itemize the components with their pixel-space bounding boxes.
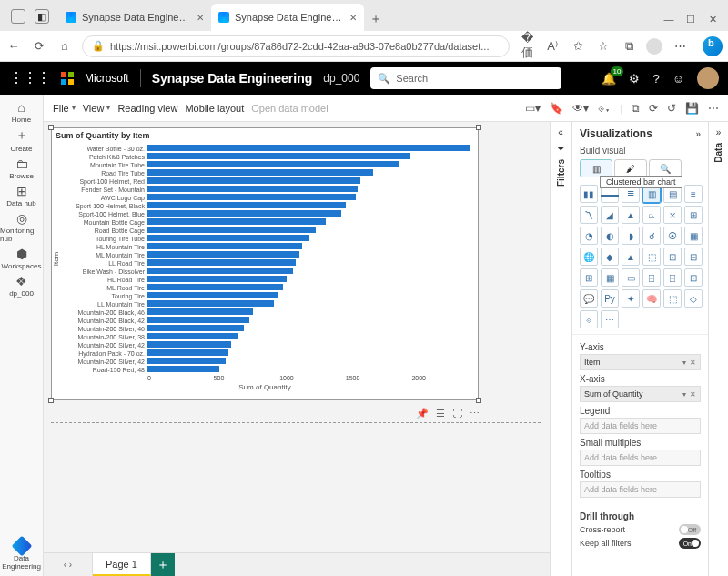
focus-icon[interactable]: ⛶ xyxy=(452,408,462,419)
chevron-down-icon[interactable]: ▾ xyxy=(682,359,686,367)
viz-type-icon[interactable]: ▦ xyxy=(684,227,703,245)
menu-reading-view[interactable]: Reading view xyxy=(117,103,177,114)
bar[interactable] xyxy=(147,218,326,225)
bar[interactable] xyxy=(147,268,293,274)
viz-type-icon[interactable]: 🧠 xyxy=(642,289,661,308)
refresh-icon[interactable]: ⟳ xyxy=(31,39,47,53)
resize-handle[interactable] xyxy=(48,125,54,130)
viz-type-icon[interactable]: ◔ xyxy=(580,227,598,245)
bar[interactable] xyxy=(147,186,358,192)
chart-visual[interactable]: Sum of Quantity by Item Item Water Bottl… xyxy=(51,127,479,400)
search-input[interactable]: 🔍 Search xyxy=(370,67,561,89)
sync-icon[interactable]: �価 xyxy=(519,31,535,61)
resize-handle[interactable] xyxy=(476,398,481,403)
explore-icon[interactable]: ▭▾ xyxy=(525,102,541,115)
build-visual-tab[interactable]: ▥ xyxy=(580,159,612,177)
chevron-down-icon[interactable]: ▾ xyxy=(682,390,686,399)
viz-type-icon[interactable]: ⏢ xyxy=(642,206,661,224)
viz-type-icon[interactable]: 💬 xyxy=(580,289,598,308)
view-icon[interactable]: 👁▾ xyxy=(572,102,589,115)
xaxis-well[interactable]: Sum of Quantity ▾✕ xyxy=(580,386,701,402)
notifications-icon[interactable]: 🔔10 xyxy=(602,72,616,86)
viz-type-icon[interactable]: ⋯ xyxy=(601,310,619,328)
bar[interactable] xyxy=(147,358,226,364)
bing-icon[interactable] xyxy=(703,36,723,56)
viz-type-icon[interactable]: ◗ xyxy=(622,227,640,245)
filter-icon[interactable]: ☰ xyxy=(436,408,445,419)
viz-type-icon[interactable]: ⟐ xyxy=(580,310,598,328)
expand-icon[interactable]: « xyxy=(558,127,563,137)
bar[interactable] xyxy=(147,194,356,200)
copy-icon[interactable]: ⧉ xyxy=(632,102,640,115)
report-canvas[interactable]: Sum of Quantity by Item Item Water Bottl… xyxy=(44,122,550,576)
page-tab[interactable]: Page 1 xyxy=(93,553,151,576)
menu-mobile-layout[interactable]: Mobile layout xyxy=(185,103,244,114)
format-visual-tab[interactable]: 🖌 xyxy=(614,159,647,177)
feedback-icon[interactable]: ☺ xyxy=(672,72,684,86)
close-icon[interactable]: ✕ xyxy=(349,13,357,23)
viz-type-icon[interactable]: ⊡ xyxy=(663,248,682,266)
bar[interactable] xyxy=(147,333,238,339)
user-avatar[interactable] xyxy=(697,67,719,89)
smalulttype-well[interactable]: Add data fields here xyxy=(580,450,701,466)
bar[interactable] xyxy=(147,366,219,372)
new-tab-button[interactable]: ＋ xyxy=(364,11,388,31)
rail-item[interactable]: ⬢Workspaces xyxy=(0,245,43,272)
rail-item[interactable]: ⌂Home xyxy=(0,98,43,126)
rail-item-persona[interactable]: Data Engineering xyxy=(0,537,43,576)
read-aloud-icon[interactable]: A⁾ xyxy=(544,39,561,53)
pages-pane-toggle[interactable]: ‹ › xyxy=(44,553,93,576)
rail-item[interactable]: ❖dp_000 xyxy=(0,272,43,299)
maximize-icon[interactable]: ☐ xyxy=(684,13,697,25)
add-page-button[interactable]: ＋ xyxy=(151,553,175,576)
visual-more-icon[interactable]: ⋯ xyxy=(470,408,480,419)
viz-type-icon[interactable]: ⤫ xyxy=(663,206,682,224)
analytics-tab[interactable]: 🔍 xyxy=(649,159,682,177)
rail-item[interactable]: ＋Create xyxy=(0,126,43,155)
browser-tab-active[interactable]: Synapse Data Engineering ✕ xyxy=(211,4,364,31)
legend-well[interactable]: Add data fields here xyxy=(580,418,701,434)
viz-type-icon[interactable]: ⊞ xyxy=(580,268,598,287)
drill-icon[interactable]: ⟐▾ xyxy=(598,102,611,115)
back-icon[interactable]: ← xyxy=(5,39,22,53)
filters-pane-collapsed[interactable]: « ⏷ Filters xyxy=(550,122,571,576)
bar[interactable] xyxy=(147,210,341,217)
bar[interactable] xyxy=(147,227,316,233)
bar[interactable] xyxy=(147,169,373,176)
yaxis-well[interactable]: Item ▾✕ xyxy=(580,354,701,370)
home-icon[interactable]: ⌂ xyxy=(56,39,73,53)
rail-item[interactable]: 🗀Browse xyxy=(0,155,43,182)
bar[interactable] xyxy=(147,349,228,356)
browser-tab[interactable]: Synapse Data Engineering ✕ xyxy=(58,4,211,31)
pin-icon[interactable]: 📌 xyxy=(416,408,429,419)
bar[interactable] xyxy=(147,276,287,282)
more-icon[interactable]: ⋯ xyxy=(672,39,688,53)
viz-type-icon[interactable]: ⊞ xyxy=(684,206,703,224)
viz-type-icon[interactable]: ◇ xyxy=(684,289,703,308)
viz-type-icon[interactable]: Py xyxy=(601,289,619,308)
bar[interactable] xyxy=(147,202,346,208)
viz-type-icon[interactable]: ▦ xyxy=(601,268,619,287)
collections-icon[interactable]: ⧉ xyxy=(621,39,637,54)
window-close-icon[interactable]: ✕ xyxy=(706,13,719,25)
bar[interactable] xyxy=(147,235,309,241)
keep-filters-toggle[interactable]: On xyxy=(679,538,701,549)
bar[interactable] xyxy=(147,259,296,266)
rail-item[interactable]: ◎Monitoring hub xyxy=(0,209,43,245)
viz-type-icon[interactable]: ⬚ xyxy=(642,248,661,266)
viz-type-icon[interactable]: ⌸ xyxy=(642,268,661,287)
bar[interactable] xyxy=(147,161,399,167)
tab-actions-icon[interactable] xyxy=(11,9,25,24)
viz-type-icon[interactable]: ◆ xyxy=(601,248,619,266)
profile-icon[interactable] xyxy=(646,38,662,55)
minimize-icon[interactable]: — xyxy=(662,13,675,25)
viz-type-icon[interactable]: ⦿ xyxy=(663,227,682,245)
viz-type-icon[interactable]: ▮▮ xyxy=(580,185,598,203)
viz-type-icon[interactable]: ◐ xyxy=(601,227,619,245)
save-icon[interactable]: 💾 xyxy=(685,102,699,115)
favorites-bar-icon[interactable]: ☆ xyxy=(595,39,612,53)
bar[interactable] xyxy=(147,341,231,348)
settings-icon[interactable]: ⚙ xyxy=(629,72,640,86)
close-icon[interactable]: ✕ xyxy=(197,13,204,23)
viz-type-icon[interactable]: ⊡ xyxy=(684,268,703,287)
